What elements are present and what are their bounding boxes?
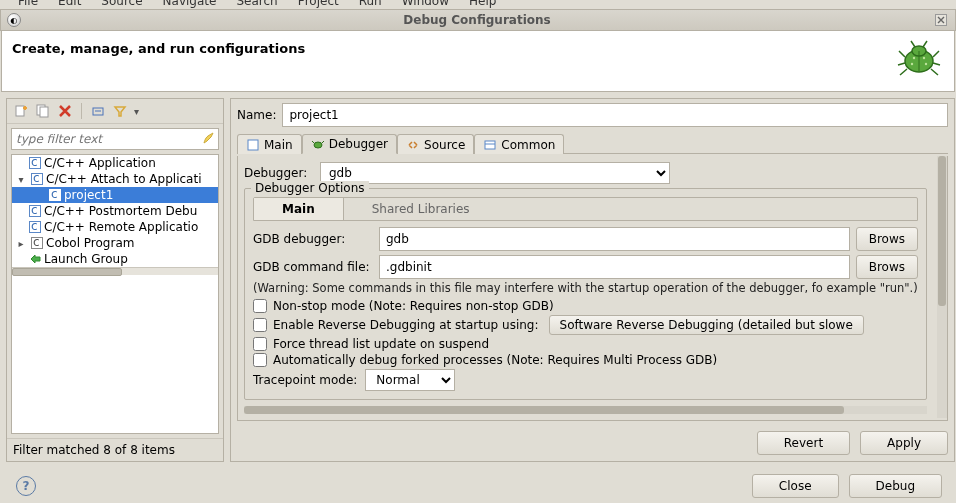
- detail-vertical-scrollbar[interactable]: [937, 156, 947, 418]
- close-button[interactable]: Close: [752, 474, 839, 498]
- menu-file[interactable]: File: [18, 0, 38, 8]
- autofork-check-row: Automatically debug forked processes (No…: [253, 353, 918, 367]
- toolbar-menu-arrow-icon[interactable]: ▾: [134, 106, 139, 117]
- launch-group-icon: [28, 252, 42, 266]
- tree-horizontal-scrollbar[interactable]: [12, 267, 218, 275]
- gdb-debugger-input[interactable]: [379, 227, 850, 251]
- gdb-cmdfile-label: GDB command file:: [253, 260, 373, 274]
- debugger-select-label: Debugger:: [244, 166, 314, 180]
- duplicate-config-icon[interactable]: [35, 103, 51, 119]
- menu-search[interactable]: Search: [236, 0, 277, 8]
- dialog-footer: ? Close Debug: [0, 464, 956, 503]
- svg-point-7: [925, 63, 927, 65]
- config-tree[interactable]: c C/C++ Application ▾ c C/C++ Attach to …: [11, 154, 219, 434]
- menu-help[interactable]: Help: [469, 0, 496, 8]
- delete-config-icon[interactable]: [57, 103, 73, 119]
- tree-item-cpp-attach[interactable]: ▾ c C/C++ Attach to Applicati: [12, 171, 218, 187]
- expand-toggle-icon[interactable]: ▾: [14, 174, 28, 185]
- revert-button[interactable]: Revert: [757, 431, 850, 455]
- c-app-icon: c: [30, 172, 44, 186]
- c-app-icon: c: [48, 188, 62, 202]
- debugger-select[interactable]: gdb: [320, 162, 670, 184]
- nonstop-checkbox[interactable]: [253, 299, 267, 313]
- svg-point-4: [913, 57, 915, 59]
- new-config-icon[interactable]: [13, 103, 29, 119]
- svg-rect-10: [40, 107, 48, 117]
- tab-main[interactable]: Main: [237, 134, 302, 154]
- dialog-header: Create, manage, and run configurations: [1, 31, 955, 92]
- window-title: Debug Configurations: [21, 13, 933, 27]
- gdb-debugger-browse-button[interactable]: Brows: [856, 227, 918, 251]
- gdb-cmdfile-input[interactable]: [379, 255, 850, 279]
- subtab-main[interactable]: Main: [254, 198, 344, 220]
- debugger-tab-content: Debugger: gdb Debugger Options Main Shar…: [237, 156, 948, 421]
- tree-item-project1[interactable]: c project1: [12, 187, 218, 203]
- force-thread-check-row: Force thread list update on suspend: [253, 337, 918, 351]
- filter-input[interactable]: [11, 128, 219, 150]
- menu-window[interactable]: Window: [402, 0, 449, 8]
- reverse-mode-button[interactable]: Software Reverse Debugging (detailed but…: [549, 315, 864, 335]
- svg-text:c: c: [31, 221, 38, 233]
- tab-source[interactable]: Source: [397, 134, 474, 154]
- apply-button[interactable]: Apply: [860, 431, 948, 455]
- help-icon[interactable]: ?: [16, 476, 36, 496]
- reverse-check-row: Enable Reverse Debugging at startup usin…: [253, 315, 918, 335]
- svg-text:c: c: [33, 173, 40, 185]
- autofork-checkbox[interactable]: [253, 353, 267, 367]
- tab-debugger[interactable]: Debugger: [302, 134, 397, 154]
- configurations-panel: ▾ c C/C++ Application ▾ c C/C++ Attach t…: [6, 98, 224, 462]
- config-tabs: Main Debugger Source Common: [237, 133, 948, 154]
- reverse-label: Enable Reverse Debugging at startup usin…: [273, 318, 539, 332]
- dialog-titlebar: ◐ Debug Configurations: [0, 9, 956, 31]
- tracepoint-select[interactable]: Normal: [365, 369, 455, 391]
- force-thread-label: Force thread list update on suspend: [273, 337, 489, 351]
- window-close-button[interactable]: [933, 13, 949, 27]
- svg-text:c: c: [51, 189, 58, 201]
- tree-item-cpp-application[interactable]: c C/C++ Application: [12, 155, 218, 171]
- svg-line-27: [312, 141, 314, 143]
- tree-item-launch-group[interactable]: Launch Group: [12, 251, 218, 267]
- subtab-shared-libraries[interactable]: Shared Libraries: [344, 198, 498, 220]
- tracepoint-label: Tracepoint mode:: [253, 373, 357, 387]
- menu-edit[interactable]: Edit: [58, 0, 81, 8]
- clear-filter-icon[interactable]: [201, 131, 215, 145]
- config-toolbar: ▾: [7, 99, 223, 124]
- menu-navigate[interactable]: Navigate: [163, 0, 217, 8]
- tree-label: C/C++ Application: [44, 156, 156, 170]
- tab-common[interactable]: Common: [474, 134, 564, 154]
- debugger-options-group: Debugger Options Main Shared Libraries G…: [244, 188, 927, 400]
- svg-point-6: [911, 63, 913, 65]
- svg-rect-8: [16, 106, 24, 116]
- menu-source[interactable]: Source: [101, 0, 142, 8]
- c-app-icon: c: [28, 220, 42, 234]
- main-menubar: File Edit Source Navigate Search Project…: [0, 0, 956, 9]
- debugger-options-legend: Debugger Options: [251, 181, 369, 195]
- tree-item-cobol[interactable]: ▸ c Cobol Program: [12, 235, 218, 251]
- tree-item-cpp-postmortem[interactable]: c C/C++ Postmortem Debu: [12, 203, 218, 219]
- nonstop-label: Non-stop mode (Note: Requires non-stop G…: [273, 299, 554, 313]
- expand-toggle-icon[interactable]: ▸: [14, 238, 28, 249]
- window-menu-icon[interactable]: ◐: [7, 13, 21, 27]
- common-tab-icon: [483, 138, 497, 152]
- name-input[interactable]: [282, 103, 948, 127]
- config-detail-panel: Name: Main Debugger Source Common: [230, 98, 955, 462]
- bug-icon: [894, 39, 944, 79]
- menu-run[interactable]: Run: [359, 0, 382, 8]
- tree-label: Cobol Program: [46, 236, 134, 250]
- debug-button[interactable]: Debug: [849, 474, 942, 498]
- menu-project[interactable]: Project: [298, 0, 339, 8]
- filter-field: [11, 128, 219, 150]
- gdb-cmdfile-browse-button[interactable]: Brows: [856, 255, 918, 279]
- svg-line-28: [322, 141, 324, 143]
- collapse-all-icon[interactable]: [90, 103, 106, 119]
- filter-icon[interactable]: [112, 103, 128, 119]
- nonstop-check-row: Non-stop mode (Note: Requires non-stop G…: [253, 299, 918, 313]
- tree-item-cpp-remote[interactable]: c C/C++ Remote Applicatio: [12, 219, 218, 235]
- tree-label: project1: [64, 188, 113, 202]
- c-app-icon: c: [28, 204, 42, 218]
- detail-horizontal-scrollbar[interactable]: [244, 406, 927, 414]
- reverse-checkbox[interactable]: [253, 318, 267, 332]
- svg-text:c: c: [31, 157, 38, 169]
- force-thread-checkbox[interactable]: [253, 337, 267, 351]
- svg-point-5: [923, 57, 925, 59]
